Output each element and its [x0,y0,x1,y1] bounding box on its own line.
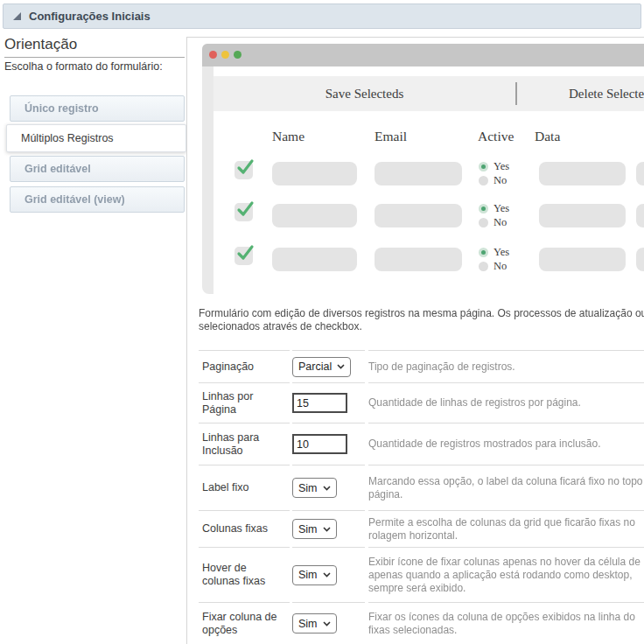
radio-no-label: No [494,174,507,187]
sidebar-item-unico-registro[interactable]: Único registro [10,95,185,122]
email-field-placeholder [374,248,462,271]
setting-label: Hover de colunas fixas [199,547,290,602]
setting-help: Tipo de paginação de registros. [368,350,644,382]
traffic-light-yellow-icon [221,51,229,59]
select-value: Sim [298,523,318,536]
setting-row-label-fixo: Label fixo Sim Marcando essa opção, o la… [199,465,644,510]
radio-yes-label: Yes [494,160,509,173]
radio-no-label: No [494,216,507,229]
traffic-light-green-icon [234,51,242,59]
select-value: Sim [298,618,318,630]
setting-label: Label fixo [199,465,290,510]
select-value: Sim [298,482,318,494]
setting-help: Fixar os ícones da coluna de opções exib… [368,602,644,644]
colunas-fixas-select[interactable]: Sim [292,519,337,539]
setting-label: Fixar coluna de opções [199,602,290,644]
radio-yes-selected-icon [479,162,488,172]
mock-browser-titlebar [202,44,644,66]
radio-no-icon [479,218,488,228]
setting-row-linhas-para-inclusao: Linhas para Inclusão Quantidade de regis… [199,423,644,465]
row-checkbox-checked [234,161,253,179]
name-field-placeholder [272,248,357,271]
active-radio-group: Yes No [479,160,509,188]
setting-label: Colunas fixas [199,510,290,547]
setting-help: Exibir ícone de fixar colunas apenas no … [368,547,644,602]
setting-row-paginacao: Paginação Parcial Tipo de paginação de r… [199,350,644,382]
setting-help: Marcando essa opção, o label da coluna f… [368,465,644,510]
setting-row-hover-colunas-fixas: Hover de colunas fixas Sim Exibir ícone … [199,547,644,602]
clipped-field-placeholder [636,204,644,228]
name-field-placeholder [272,162,357,186]
delete-selecteds-button: Delete Selecteds [569,76,644,111]
clipped-field-placeholder [636,162,644,186]
format-description: Formulário com edição de diversos regist… [199,307,644,335]
traffic-light-red-icon [209,51,217,59]
setting-label: Linhas para Inclusão [199,423,290,465]
radio-yes-selected-icon [479,204,488,214]
setting-label: Paginação [199,350,290,382]
column-header-name: Name [272,129,304,144]
setting-row-linhas-por-pagina: Linhas por Página Quantidade de linhas d… [199,382,644,423]
radio-yes-selected-icon [479,248,488,257]
label-fixo-select[interactable]: Sim [292,478,337,498]
radio-no-icon [479,176,488,186]
setting-help: Quantidade de registros mostrados para i… [368,423,644,465]
setting-row-fixar-coluna-opcoes: Fixar coluna de opções Sim Fixar os ícon… [199,602,644,644]
collapse-triangle-icon [13,12,21,20]
sidebar-item-grid-editavel[interactable]: Grid editável [10,156,185,182]
sidebar-item-grid-editavel-view[interactable]: Grid editável (view) [10,186,185,213]
column-header-email: Email [374,129,407,144]
row-checkbox-checked [234,203,253,221]
form-preview-mock-window: Save Selecteds Delete Selecteds Name Ema… [202,44,644,294]
accordion-header-configuracoes-iniciais[interactable]: Configurações Iniciais [3,4,641,29]
setting-help: Quantidade de linhas de registros por pá… [368,382,644,423]
radio-yes-label: Yes [494,246,509,259]
chevron-down-icon [323,486,331,491]
configuracoes-iniciais-screen: Configurações Iniciais Orientação Escolh… [0,0,644,644]
data-field-placeholder [539,248,626,271]
linhas-por-pagina-input[interactable] [292,393,347,413]
column-header-data: Data [535,129,560,144]
linhas-para-inclusao-input[interactable] [292,434,347,454]
active-radio-group: Yes No [479,202,509,230]
fixar-coluna-opcoes-select[interactable]: Sim [292,613,337,634]
orientation-subtitle: Escolha o formato do formulário: [4,60,163,73]
chevron-down-icon [323,527,331,532]
sidebar-item-multiplos-registros[interactable]: Múltiplos Registros [6,124,186,152]
column-header-active: Active [478,129,514,144]
mock-toolbar: Save Selecteds Delete Selecteds [214,76,644,111]
data-field-placeholder [539,204,626,228]
hover-colunas-fixas-select[interactable]: Sim [292,565,337,585]
row-checkbox-checked [234,247,253,265]
mock-browser-body: Save Selecteds Delete Selecteds Name Ema… [214,66,644,294]
email-field-placeholder [374,204,462,228]
radio-no-label: No [494,260,507,273]
sidebar-item-label: Único registro [24,102,99,115]
paginacao-select[interactable]: Parcial [292,357,351,377]
setting-help: Permite a escolha de colunas da grid que… [368,510,644,547]
setting-label: Linhas por Página [199,382,290,423]
clipped-field-placeholder [636,248,644,271]
radio-no-icon [479,262,488,271]
name-field-placeholder [272,204,357,228]
toolbar-separator [515,82,517,105]
chevron-down-icon [323,621,331,626]
active-radio-group: Yes No [479,246,509,274]
email-field-placeholder [374,162,462,186]
data-field-placeholder [539,162,626,186]
page-title: Configurações Iniciais [29,10,150,23]
save-selecteds-button: Save Selecteds [214,76,515,111]
orientation-title: Orientação [4,36,185,58]
radio-yes-label: Yes [494,202,509,215]
sidebar-item-label: Grid editável (view) [24,193,125,206]
select-value: Sim [298,569,318,581]
chevron-down-icon [337,364,345,369]
setting-row-colunas-fixas: Colunas fixas Sim Permite a escolha de c… [199,510,644,547]
select-value: Parcial [298,360,332,373]
sidebar-item-label: Múltiplos Registros [21,132,114,144]
chevron-down-icon [323,572,331,578]
sidebar-item-label: Grid editável [24,163,91,175]
